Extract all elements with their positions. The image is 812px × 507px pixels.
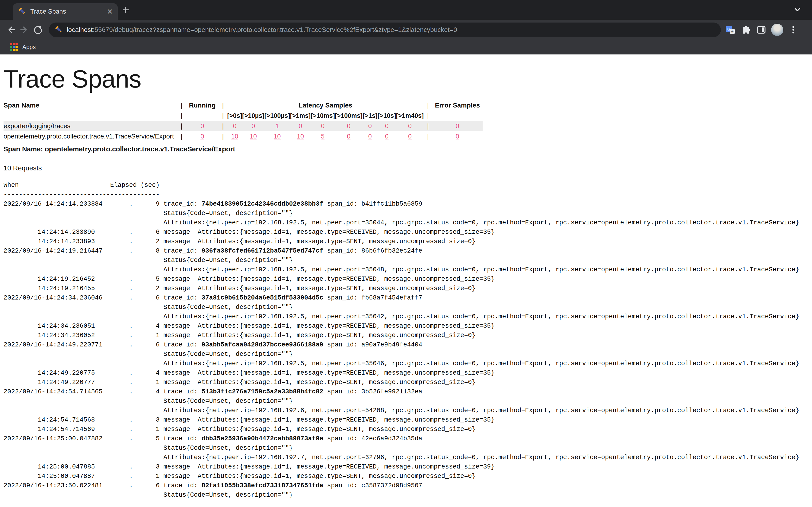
- log-line: 14:25:00.047887 . 1 message Attributes:{…: [4, 471, 812, 481]
- column-separator: |: [424, 121, 432, 131]
- bucket-count-link[interactable]: 0: [408, 133, 412, 140]
- url-path: :55679/debug/tracez?zspanname=openteleme…: [93, 26, 457, 33]
- bucket-count-link[interactable]: 0: [347, 122, 351, 129]
- url-bar[interactable]: localhost:55679/debug/tracez?zspanname=o…: [49, 22, 721, 37]
- latency-bucket-label: [>0s]: [227, 111, 242, 121]
- forward-icon[interactable]: [19, 24, 30, 36]
- latency-bucket-label: [>10ms]: [311, 111, 335, 121]
- tab-close-icon[interactable]: ×: [107, 7, 112, 16]
- new-tab-button[interactable]: +: [122, 3, 129, 17]
- log-line: Status{Code=Unset, description=""}: [4, 490, 812, 500]
- page-title: Trace Spans: [4, 65, 812, 93]
- bucket-count-link[interactable]: 0: [299, 122, 302, 129]
- column-separator: |: [177, 131, 186, 142]
- extensions-puzzle-icon[interactable]: [740, 24, 751, 36]
- column-separator: |: [177, 121, 186, 131]
- bucket-count-link[interactable]: 0: [347, 133, 351, 140]
- bucket-header-row: ||[>0s][>10µs][>100µs][>1ms][>10ms][>100…: [4, 111, 483, 121]
- tab-title: Trace Spans: [30, 8, 105, 15]
- log-line: Attributes:{net.peer.ip=192.168.192.5, n…: [4, 312, 812, 321]
- bucket-count-link[interactable]: 0: [321, 122, 324, 129]
- log-line: 14:24:49.220775 . 4 message Attributes:{…: [4, 368, 812, 378]
- column-separator: |: [177, 111, 186, 121]
- latency-bucket-label: [>1m40s]: [396, 111, 424, 121]
- log-line: Status{Code=Unset, description=""}: [4, 396, 812, 406]
- bucket-count-link[interactable]: 10: [297, 133, 304, 140]
- log-line: Attributes:{net.peer.ip=192.168.192.6, n…: [4, 406, 812, 415]
- span-name-cell: opentelemetry.proto.collector.trace.v1.T…: [4, 131, 177, 142]
- bookmarks-bar: Apps: [0, 40, 812, 54]
- bucket-count-link[interactable]: 0: [251, 122, 255, 129]
- latency-bucket-label: [>100ms]: [335, 111, 362, 121]
- column-separator: |: [177, 100, 186, 111]
- col-error-samples: Error Samples: [432, 100, 483, 111]
- log-line: 2022/09/16-14:25:00.047882 . 5 trace_id:…: [4, 434, 812, 443]
- latency-bucket-label: [>10µs]: [242, 111, 264, 121]
- bucket-count-link[interactable]: 0: [368, 122, 372, 129]
- reload-icon[interactable]: [33, 24, 44, 36]
- running-count-link[interactable]: 0: [200, 133, 204, 140]
- log-line: 14:24:54.714568 . 3 message Attributes:{…: [4, 415, 812, 425]
- log-line: Attributes:{net.peer.ip=192.168.192.5, n…: [4, 218, 812, 227]
- browser-tab[interactable]: Trace Spans ×: [13, 3, 118, 20]
- log-line: 2022/09/16-14:24:34.236046 . 6 trace_id:…: [4, 293, 812, 302]
- side-panel-icon[interactable]: [756, 24, 767, 36]
- svg-text:★: ★: [731, 30, 734, 34]
- log-line: Attributes:{net.peer.ip=192.168.192.5, n…: [4, 265, 812, 274]
- summary-table: Span Name|Running|Latency Samples|Error …: [4, 100, 483, 142]
- bucket-count-link[interactable]: 0: [408, 122, 412, 129]
- column-separator: |: [424, 100, 432, 111]
- log-line: ----------------------------------------…: [4, 190, 812, 199]
- latency-bucket-label: [>1ms]: [290, 111, 311, 121]
- column-separator: |: [424, 111, 432, 121]
- bucket-count-link[interactable]: 10: [274, 133, 281, 140]
- browser-menu-icon[interactable]: [788, 24, 799, 36]
- bucket-count-link[interactable]: 10: [231, 133, 238, 140]
- back-icon[interactable]: [5, 24, 16, 36]
- column-separator: |: [219, 111, 227, 121]
- error-count-link[interactable]: 0: [456, 122, 459, 129]
- bookmark-apps[interactable]: Apps: [22, 44, 36, 50]
- log-line: 2022/09/16-14:24:19.216447 . 8 trace_id:…: [4, 246, 812, 256]
- profile-avatar[interactable]: [771, 24, 783, 36]
- tab-strip: Trace Spans × +: [0, 0, 812, 20]
- browser-toolbar: localhost:55679/debug/tracez?zspanname=o…: [0, 20, 812, 40]
- log-line: Attributes:{net.peer.ip=192.168.192.7, n…: [4, 453, 812, 462]
- bucket-count-link[interactable]: 1: [275, 122, 279, 129]
- col-running: Running: [186, 100, 219, 111]
- bucket-count-link[interactable]: 10: [250, 133, 257, 140]
- apps-grid-icon: [10, 43, 18, 51]
- selected-span-heading: Span Name: opentelemetry.proto.collector…: [4, 145, 812, 153]
- translate-icon[interactable]: G ★: [725, 24, 736, 36]
- log-line: 14:24:14.233890 . 6 message Attributes:{…: [4, 227, 812, 237]
- url-host: localhost: [67, 26, 93, 33]
- tab-search-chevron-icon[interactable]: [793, 7, 802, 14]
- col-latency-samples: Latency Samples: [227, 100, 424, 111]
- bucket-count-link[interactable]: 0: [368, 133, 372, 140]
- log-line: 14:25:00.047885 . 3 message Attributes:{…: [4, 462, 812, 471]
- page-content: Trace Spans Span Name|Running|Latency Sa…: [0, 65, 812, 500]
- log-line: 2022/09/16-14:23:50.022481 . 6 trace_id:…: [4, 481, 812, 490]
- log-line: 2022/09/16-14:24:14.233884 . 9 trace_id:…: [4, 199, 812, 209]
- log-line: Status{Code=Unset, description=""}: [4, 349, 812, 359]
- running-count-link[interactable]: 0: [200, 122, 204, 129]
- log-line: Status{Code=Unset, description=""}: [4, 209, 812, 218]
- summary-row: exporter/logging/traces|0|001000000|0: [4, 121, 483, 131]
- error-count-link[interactable]: 0: [456, 133, 459, 140]
- log-line: 14:24:34.236052 . 1 message Attributes:{…: [4, 331, 812, 340]
- log-line: When Elapsed (sec): [4, 180, 812, 190]
- bucket-count-link[interactable]: 0: [385, 122, 389, 129]
- log-line: 14:24:19.216455 . 2 message Attributes:{…: [4, 284, 812, 293]
- log-line: Attributes:{net.peer.ip=192.168.192.5, n…: [4, 359, 812, 368]
- log-line: Status{Code=Unset, description=""}: [4, 302, 812, 312]
- log-line: 2022/09/16-14:24:49.220771 . 6 trace_id:…: [4, 340, 812, 349]
- bucket-count-link[interactable]: 5: [321, 133, 324, 140]
- bucket-count-link[interactable]: 0: [385, 133, 389, 140]
- log-line: 2022/09/16-14:24:54.714565 . 4 trace_id:…: [4, 387, 812, 396]
- col-span-name: Span Name: [4, 100, 177, 111]
- column-separator: |: [219, 131, 227, 142]
- log-line: 14:24:54.714569 . 1 message Attributes:{…: [4, 425, 812, 434]
- column-separator: |: [219, 100, 227, 111]
- bucket-count-link[interactable]: 0: [233, 122, 236, 129]
- log-line: 14:24:49.220777 . 1 message Attributes:{…: [4, 378, 812, 387]
